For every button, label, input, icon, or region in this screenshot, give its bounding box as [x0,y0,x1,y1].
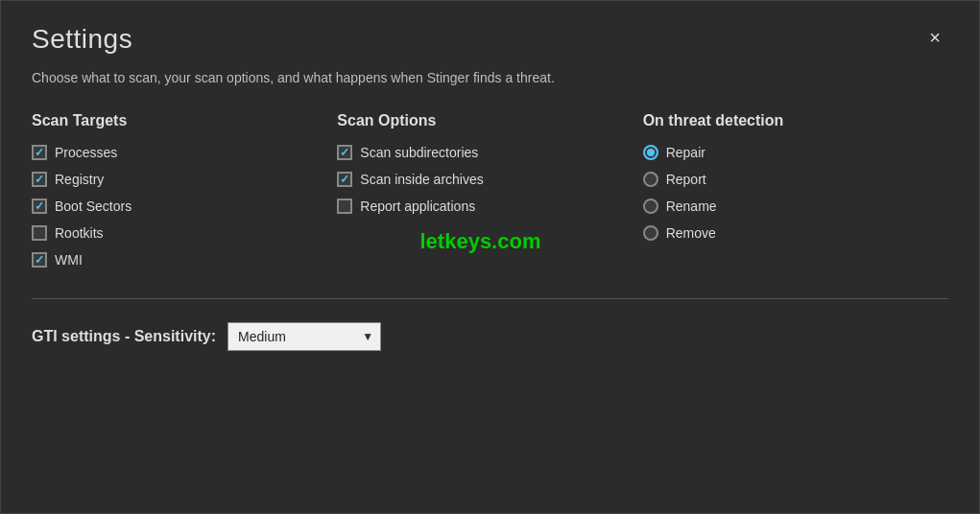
subdirectories-checkbox[interactable] [337,145,352,160]
columns-container: Scan Targets Processes Registry Boot Sec… [32,112,948,279]
gti-select-wrapper: Very Low Low Medium High Very High [227,322,381,351]
registry-checkbox[interactable] [32,172,47,187]
scan-option-report-apps[interactable]: Report applications [337,199,623,214]
scan-options-column: Scan Options Scan subdirectories Scan in… [337,112,642,279]
report-radio[interactable] [643,172,658,187]
scan-target-boot-sectors[interactable]: Boot Sectors [32,199,318,214]
scan-targets-column: Scan Targets Processes Registry Boot Sec… [32,112,337,279]
remove-radio[interactable] [643,225,658,241]
scan-target-wmi[interactable]: WMI [32,252,318,268]
remove-label: Remove [666,225,716,241]
scan-option-archives[interactable]: Scan inside archives [337,172,623,187]
dialog-header: Settings × [32,24,948,55]
rename-radio[interactable] [643,199,658,214]
scan-target-processes[interactable]: Processes [32,145,318,160]
registry-label: Registry [55,172,104,187]
rootkits-checkbox[interactable] [32,225,47,241]
scan-options-title: Scan Options [337,112,623,129]
gti-row: GTI settings - Sensitivity: Very Low Low… [32,322,948,351]
gti-label: GTI settings - Sensitivity: [32,328,216,345]
scan-targets-title: Scan Targets [32,112,318,129]
report-apps-checkbox[interactable] [337,199,352,214]
watermark: letkeys.com [337,229,623,254]
threat-action-repair[interactable]: Repair [643,145,929,160]
subdirectories-label: Scan subdirectories [360,145,478,160]
processes-checkbox[interactable] [32,145,47,160]
close-button[interactable]: × [921,24,948,51]
rename-label: Rename [666,199,717,214]
repair-label: Repair [666,145,705,160]
settings-dialog: Settings × Choose what to scan, your sca… [0,0,980,514]
scan-target-registry[interactable]: Registry [32,172,318,187]
dialog-subtitle: Choose what to scan, your scan options, … [32,70,948,85]
dialog-title: Settings [32,24,132,55]
gti-sensitivity-select[interactable]: Very Low Low Medium High Very High [227,322,381,351]
report-label: Report [666,172,706,187]
processes-label: Processes [55,145,117,160]
repair-radio[interactable] [643,145,658,160]
threat-action-rename[interactable]: Rename [643,199,929,214]
boot-sectors-checkbox[interactable] [32,199,47,214]
wmi-checkbox[interactable] [32,252,47,268]
threat-action-remove[interactable]: Remove [643,225,929,241]
threat-action-report[interactable]: Report [643,172,929,187]
rootkits-label: Rootkits [55,225,104,241]
boot-sectors-label: Boot Sectors [55,199,131,214]
archives-label: Scan inside archives [360,172,483,187]
threat-detection-column: On threat detection Repair Report Rename… [643,112,948,279]
scan-target-rootkits[interactable]: Rootkits [32,225,318,241]
wmi-label: WMI [55,252,83,268]
archives-checkbox[interactable] [337,172,352,187]
report-apps-label: Report applications [360,199,475,214]
scan-option-subdirectories[interactable]: Scan subdirectories [337,145,623,160]
threat-detection-title: On threat detection [643,112,929,129]
divider [32,298,948,299]
